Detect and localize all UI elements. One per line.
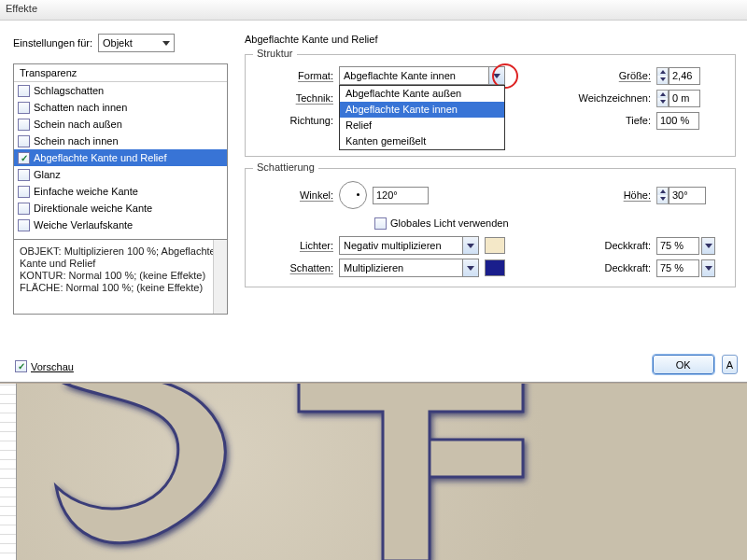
weich-label: Weichzeichnen: (554, 92, 656, 104)
lichter-swatch[interactable] (485, 237, 505, 254)
panel-title: Transparenz (14, 64, 227, 82)
effect-label: Schatten nach innen (34, 102, 127, 113)
effect-checkbox[interactable] (18, 186, 30, 198)
effect-label: Schein nach außen (34, 119, 122, 130)
effect-row[interactable]: Glanz (14, 166, 227, 183)
effect-row[interactable]: Schlagschatten (14, 82, 227, 99)
format-value: Abgeflachte Kante innen (344, 70, 456, 81)
dropdown-option[interactable]: Abgeflachte Kante außen (340, 86, 504, 102)
effect-row[interactable]: Schatten nach innen (14, 99, 227, 116)
schatten-dropdown-btn[interactable] (462, 259, 478, 276)
winkel-row: Winkel: 120° (246, 178, 554, 212)
effect-row[interactable]: Direktionale weiche Kante (14, 200, 227, 217)
section-heading: Abgeflachte Kante und Relief (245, 34, 736, 45)
struktur-col-a: Format: Abgeflachte Kante innen Abgeflac… (246, 64, 554, 132)
ok-button[interactable]: OK (653, 355, 714, 374)
effect-checkbox[interactable] (18, 219, 30, 231)
effect-label: Glanz (34, 169, 61, 180)
dropdown-option[interactable]: Kanten gemeißelt (340, 133, 504, 149)
settings-row: Einstellungen für: Objekt (13, 34, 228, 52)
dialog-title: Effekte (0, 0, 747, 21)
tiefe-label: Tiefe: (554, 115, 656, 126)
global-row: Globales Licht verwenden (246, 212, 554, 234)
weich-input[interactable]: 0 m (669, 90, 700, 107)
technik-label: Technik: (246, 92, 339, 104)
angle-dial[interactable] (339, 181, 367, 209)
preview-label: Vorschau (31, 361, 74, 372)
preview-checkbox[interactable] (15, 360, 27, 372)
schatten-swatch[interactable] (485, 259, 505, 276)
struktur-col-b: Größe: 2,46 Weichzeichnen: 0 m Tiefe: 10… (554, 64, 726, 132)
schatten-label: Schatten: (246, 262, 339, 273)
winkel-input[interactable]: 120° (373, 187, 429, 204)
deck2-dropdown-btn[interactable] (701, 259, 715, 277)
tiefe-row: Tiefe: 100 % (554, 109, 726, 132)
lichter-dropdown-btn[interactable] (462, 237, 478, 254)
richtung-label: Richtung: (246, 115, 339, 126)
lichter-label: Lichter: (246, 240, 339, 251)
deck1-input[interactable]: 75 % (656, 237, 699, 255)
groesse-label: Größe: (554, 70, 656, 81)
summary-scrollbar[interactable] (213, 240, 227, 314)
vertical-ruler (0, 384, 17, 560)
schatten-row: Schatten: Multiplizieren (246, 257, 554, 279)
weich-row: Weichzeichnen: 0 m (554, 87, 726, 109)
deck2-input[interactable]: 75 % (656, 259, 699, 277)
struktur-label: Struktur (253, 48, 297, 59)
lichter-row: Lichter: Negativ multiplizieren (246, 234, 554, 257)
deck2-label: Deckkraft: (554, 262, 656, 273)
schatten-combo[interactable]: Multiplizieren (339, 259, 479, 277)
effect-checkbox[interactable] (18, 102, 30, 114)
dropdown-option[interactable]: Relief (340, 118, 504, 133)
struktur-cols: Format: Abgeflachte Kante innen Abgeflac… (246, 64, 726, 132)
deck1-row: Deckkraft: 75 % (554, 234, 726, 257)
struktur-group: Struktur Format: Abgeflachte Kante innen… (245, 54, 736, 157)
effect-checkbox[interactable] (18, 203, 30, 215)
hoehe-spinner[interactable] (656, 187, 669, 204)
deck2-row: Deckkraft: 75 % (554, 257, 726, 279)
format-dropdown[interactable]: Abgeflachte Kante außenAbgeflachte Kante… (339, 85, 505, 150)
global-light-label: Globales Licht verwenden (390, 217, 509, 229)
schatt-col-a: Winkel: 120° Globales Licht verwenden Li… (246, 178, 554, 279)
effect-row[interactable]: Einfache weiche Kante (14, 183, 227, 200)
lichter-combo[interactable]: Negativ multiplizieren (339, 236, 479, 255)
preview-row: Vorschau (15, 360, 74, 372)
global-light-checkbox[interactable] (374, 217, 387, 230)
settings-select[interactable]: Objekt (98, 34, 175, 52)
effect-row[interactable]: Schein nach außen (14, 116, 227, 133)
groesse-row: Größe: 2,46 (554, 64, 726, 87)
deck1-label: Deckkraft: (554, 240, 656, 251)
hoehe-input[interactable]: 30° (669, 187, 706, 204)
document-canvas (0, 384, 747, 560)
groesse-input[interactable]: 2,46 (669, 67, 700, 85)
weich-spinner[interactable] (656, 90, 669, 107)
groesse-spinner[interactable] (656, 67, 669, 85)
winkel-label: Winkel: (246, 189, 339, 201)
tiefe-input[interactable]: 100 % (656, 112, 699, 130)
effects-dialog: Effekte Einstellungen für: Objekt Transp… (0, 0, 747, 383)
schattierung-group: Schattierung Winkel: 120° Globales Lich (245, 168, 736, 287)
effect-checkbox[interactable] (18, 152, 30, 164)
effect-row[interactable]: Weiche Verlaufskante (14, 217, 227, 233)
effect-label: Abgeflachte Kante und Relief (34, 152, 167, 163)
effect-checkbox[interactable] (18, 135, 30, 147)
effect-row[interactable]: Abgeflachte Kante und Relief (14, 149, 227, 166)
effect-checkbox[interactable] (18, 119, 30, 131)
format-combo[interactable]: Abgeflachte Kante innen Abgeflachte Kant… (339, 66, 505, 85)
dialog-footer: OK A (653, 355, 738, 374)
deck1-dropdown-btn[interactable] (701, 237, 715, 255)
summary-box: OBJEKT: Multiplizieren 100 %; Abgeflacht… (14, 239, 227, 314)
artwork-shape (37, 384, 728, 560)
schattierung-label: Schattierung (253, 161, 318, 173)
lichter-value: Negativ multiplizieren (344, 240, 442, 251)
cancel-button[interactable]: A (722, 355, 738, 374)
effect-checkbox[interactable] (18, 169, 30, 181)
effect-checkbox[interactable] (18, 85, 30, 97)
dropdown-option[interactable]: Abgeflachte Kante innen (340, 102, 504, 118)
effect-row[interactable]: Schein nach innen (14, 133, 227, 149)
hoehe-label: Höhe: (554, 189, 656, 201)
spacer-row (554, 212, 726, 234)
settings-label: Einstellungen für: (13, 37, 92, 49)
effect-label: Einfache weiche Kante (34, 186, 138, 197)
format-dropdown-btn[interactable] (488, 67, 504, 84)
